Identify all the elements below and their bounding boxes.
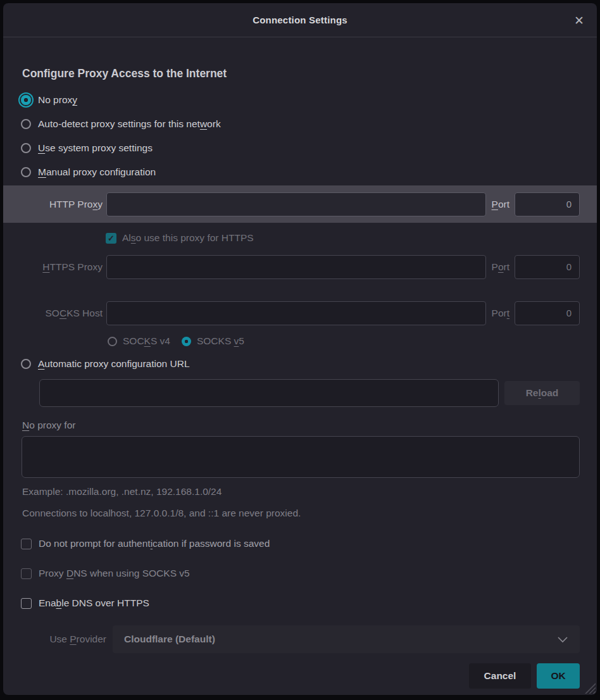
localhost-note-text: Connections to localhost, 127.0.0.1/8, a…	[22, 508, 597, 519]
provider-selected-value: Cloudflare (Default)	[124, 634, 215, 645]
doh-provider-row: Use Provider Cloudflare (Default)	[3, 625, 580, 653]
connection-settings-dialog: Connection Settings ✕ Configure Proxy Ac…	[3, 3, 597, 695]
socks-host-input[interactable]	[106, 301, 486, 325]
radio-icon[interactable]	[21, 359, 31, 369]
socks-port-input[interactable]	[515, 301, 580, 325]
radio-icon-selected[interactable]	[182, 337, 191, 346]
chevron-down-icon	[557, 635, 568, 643]
radio-icon-selected[interactable]	[21, 95, 31, 105]
http-port-label: Port	[492, 199, 509, 210]
no-proxy-for-label: No proxy for	[22, 420, 597, 431]
checkbox-proxy-dns-socks5[interactable]: Proxy DNS when using SOCKS v5	[21, 566, 597, 580]
https-port-label: Port	[492, 261, 509, 273]
http-proxy-row-highlighted: HTTP Proxy Port	[3, 185, 597, 223]
radio-label: Manual proxy configuration	[38, 166, 156, 178]
checkbox-label: Do not prompt for authentication if pass…	[39, 538, 270, 549]
socks-port-label: Port	[492, 308, 509, 319]
radio-option-manual-proxy[interactable]: Manual proxy configuration	[3, 160, 597, 184]
checkbox-label: Enable DNS over HTTPS	[39, 597, 149, 609]
radio-option-socks-v4[interactable]: SOCKS v4	[108, 335, 170, 347]
provider-dropdown[interactable]: Cloudflare (Default)	[113, 625, 580, 653]
checkbox-icon[interactable]	[21, 598, 32, 609]
cancel-button[interactable]: Cancel	[469, 663, 531, 689]
checkbox-enable-doh[interactable]: Enable DNS over HTTPS	[21, 596, 597, 610]
checkbox-checked-icon[interactable]: ✓	[106, 233, 116, 244]
socks-version-row: SOCKS v4 SOCKS v5	[108, 332, 597, 351]
https-proxy-label: HTTPS Proxy	[3, 261, 103, 273]
radio-option-socks-v5[interactable]: SOCKS v5	[182, 335, 244, 347]
auto-config-url-input[interactable]	[39, 379, 499, 407]
checkbox-no-prompt-auth[interactable]: Do not prompt for authentication if pass…	[21, 537, 597, 551]
http-port-input[interactable]	[515, 192, 580, 216]
checkbox-icon[interactable]	[21, 539, 32, 549]
http-proxy-input[interactable]	[106, 192, 486, 216]
reload-button[interactable]: Reload	[504, 381, 580, 405]
radio-icon[interactable]	[21, 143, 31, 153]
use-provider-label: Use Provider	[3, 634, 106, 645]
radio-label: Auto-detect proxy settings for this netw…	[38, 118, 221, 130]
http-proxy-label: HTTP Proxy	[3, 199, 103, 210]
radio-label: SOCKS v5	[197, 335, 244, 347]
radio-icon[interactable]	[21, 167, 31, 177]
checkbox-icon[interactable]	[21, 568, 32, 579]
ok-button[interactable]: OK	[537, 663, 580, 689]
radio-label: SOCKS v4	[123, 335, 170, 347]
radio-option-no-proxy[interactable]: No proxy	[3, 88, 597, 112]
resize-grip[interactable]	[585, 683, 596, 694]
https-port-input[interactable]	[515, 255, 580, 279]
no-proxy-for-textarea[interactable]	[22, 436, 580, 478]
dialog-title: Connection Settings	[253, 15, 347, 25]
radio-label: Use system proxy settings	[38, 142, 153, 154]
dialog-footer: Cancel OK	[3, 663, 580, 689]
checkmark-icon: ✓	[108, 234, 115, 242]
https-proxy-row: HTTPS Proxy Port	[3, 248, 597, 285]
example-text: Example: .mozilla.org, .net.nz, 192.168.…	[22, 486, 597, 497]
page-title: Configure Proxy Access to the Internet	[22, 67, 597, 80]
radio-label: No proxy	[38, 94, 77, 106]
radio-option-auto-config-url[interactable]: Automatic proxy configuration URL	[3, 352, 597, 376]
radio-icon[interactable]	[21, 119, 31, 129]
https-proxy-input[interactable]	[106, 255, 486, 279]
checkbox-label: Proxy DNS when using SOCKS v5	[39, 568, 190, 579]
radio-option-system-proxy[interactable]: Use system proxy settings	[3, 136, 597, 160]
socks-host-label: SOCKS Host	[3, 308, 103, 319]
radio-label: Automatic proxy configuration URL	[38, 358, 190, 370]
auto-config-url-row: Reload	[39, 379, 597, 407]
also-use-for-https-row[interactable]: ✓ Also use this proxy for HTTPS	[106, 228, 597, 248]
dialog-titlebar: Connection Settings ✕	[3, 3, 597, 37]
socks-host-row: SOCKS Host Port	[3, 294, 597, 332]
radio-option-auto-detect[interactable]: Auto-detect proxy settings for this netw…	[3, 112, 597, 136]
radio-icon[interactable]	[108, 337, 117, 346]
close-icon[interactable]: ✕	[574, 14, 584, 26]
checkbox-label: Also use this proxy for HTTPS	[122, 232, 254, 244]
